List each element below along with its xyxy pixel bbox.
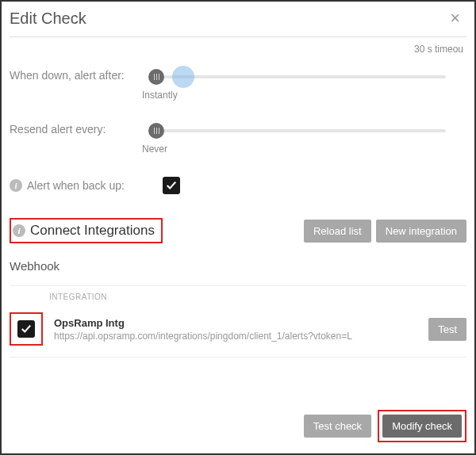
alert-after-label: When down, alert after: bbox=[10, 69, 132, 82]
resend-value: Never bbox=[142, 143, 167, 155]
check-icon bbox=[21, 323, 32, 335]
modal-header: Edit Check × bbox=[2, 2, 474, 32]
divider bbox=[10, 357, 466, 358]
info-icon: i bbox=[10, 179, 22, 192]
new-integration-button[interactable]: New integration bbox=[376, 220, 466, 243]
slider-ghost-icon bbox=[172, 66, 194, 88]
alert-backup-label: Alert when back up: bbox=[27, 179, 125, 192]
integrations-header: i Connect Integrations Reload list New i… bbox=[10, 218, 466, 243]
divider bbox=[10, 285, 466, 286]
modify-check-highlight: Modify check bbox=[378, 410, 466, 442]
integration-column-header: INTEGRATION bbox=[49, 292, 466, 301]
alert-after-slider-track[interactable] bbox=[156, 75, 446, 78]
integrations-title: Connect Integrations bbox=[30, 223, 155, 239]
alert-backup-row: i Alert when back up: bbox=[10, 177, 466, 194]
resend-control: Never bbox=[132, 123, 466, 155]
timeout-label: 30 s timeou bbox=[10, 44, 466, 55]
edit-check-modal: Edit Check × 30 s timeou When down, aler… bbox=[2, 2, 474, 453]
integration-row: OpsRamp Intg https://api.opsramp.com/int… bbox=[10, 309, 466, 357]
test-integration-button[interactable]: Test bbox=[428, 318, 466, 341]
test-check-button[interactable]: Test check bbox=[304, 415, 371, 438]
modal-title: Edit Check bbox=[10, 10, 86, 28]
alert-after-control: Instantly bbox=[132, 69, 466, 101]
integration-checkbox-highlight bbox=[10, 312, 43, 346]
check-icon bbox=[166, 180, 177, 191]
alert-after-row: When down, alert after: Instantly bbox=[10, 69, 466, 101]
info-icon: i bbox=[13, 224, 25, 237]
close-button[interactable]: × bbox=[447, 8, 463, 29]
alert-after-slider-handle[interactable] bbox=[148, 69, 164, 85]
resend-row: Resend alert every: Never bbox=[10, 123, 466, 155]
integrations-title-highlight: i Connect Integrations bbox=[10, 218, 163, 243]
modal-body: 30 s timeou When down, alert after: Inst… bbox=[2, 32, 474, 399]
integration-details: OpsRamp Intg https://api.opsramp.com/int… bbox=[54, 317, 428, 342]
resend-slider-handle[interactable] bbox=[148, 123, 164, 139]
integration-name: OpsRamp Intg bbox=[54, 317, 428, 329]
modal-footer: Test check Modify check bbox=[2, 399, 474, 453]
alert-backup-checkbox[interactable] bbox=[163, 177, 180, 194]
alert-after-value: Instantly bbox=[142, 90, 178, 101]
integration-checkbox[interactable] bbox=[17, 320, 35, 338]
integration-url: https://api.opsramp.com/integrations/pin… bbox=[54, 331, 428, 342]
resend-label: Resend alert every: bbox=[10, 123, 132, 136]
divider bbox=[10, 36, 466, 37]
resend-slider-track[interactable] bbox=[156, 129, 446, 132]
webhook-title: Webhook bbox=[10, 259, 466, 273]
integrations-buttons: Reload list New integration bbox=[304, 220, 466, 243]
reload-list-button[interactable]: Reload list bbox=[304, 220, 371, 243]
modify-check-button[interactable]: Modify check bbox=[382, 415, 462, 438]
